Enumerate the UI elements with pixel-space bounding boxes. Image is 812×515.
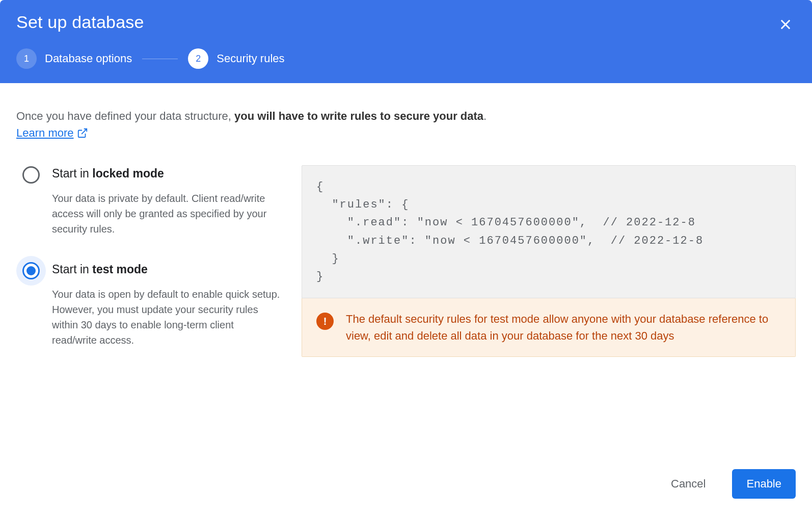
options-column: Start in locked mode Your data is privat… (16, 165, 281, 372)
content-row: Start in locked mode Your data is privat… (16, 165, 796, 372)
modal-body: Once you have defined your data structur… (0, 83, 812, 457)
learn-more-label: Learn more (16, 126, 74, 140)
stepper: 1 Database options 2 Security rules (16, 48, 796, 69)
enable-button[interactable]: Enable (732, 469, 796, 499)
intro-suffix: . (483, 110, 486, 122)
step-security-rules[interactable]: 2 Security rules (188, 48, 284, 69)
step-connector (142, 59, 178, 59)
option-content: Start in test mode Your data is open by … (52, 261, 281, 348)
step-label: Database options (45, 52, 132, 65)
option-test-mode[interactable]: Start in test mode Your data is open by … (16, 261, 281, 348)
close-icon (778, 17, 793, 32)
learn-more-link[interactable]: Learn more (16, 126, 88, 140)
intro-bold: you will have to write rules to secure y… (234, 110, 483, 122)
option-title: Start in test mode (52, 261, 281, 277)
setup-database-modal: Set up database 1 Database options 2 Sec… (0, 0, 812, 515)
intro-prefix: Once you have defined your data structur… (16, 110, 234, 122)
option-title: Start in locked mode (52, 165, 281, 182)
warning-banner: ! The default security rules for test mo… (302, 298, 796, 357)
rules-code-preview: { "rules": { ".read": "now < 16704576000… (302, 165, 796, 298)
modal-title: Set up database (16, 12, 796, 32)
warning-icon: ! (316, 313, 334, 330)
close-button[interactable] (775, 14, 796, 35)
step-number: 1 (16, 48, 37, 69)
radio-test-mode[interactable] (22, 262, 40, 279)
cancel-button[interactable]: Cancel (657, 469, 720, 499)
step-number: 2 (188, 48, 208, 69)
option-description: Your data is private by default. Client … (52, 191, 281, 237)
option-locked-mode[interactable]: Start in locked mode Your data is privat… (16, 165, 281, 237)
intro-text: Once you have defined your data structur… (16, 108, 796, 124)
svg-line-2 (82, 129, 87, 134)
external-link-icon (77, 127, 88, 139)
modal-header: Set up database 1 Database options 2 Sec… (0, 0, 812, 83)
modal-footer: Cancel Enable (0, 457, 812, 515)
option-content: Start in locked mode Your data is privat… (52, 165, 281, 237)
warning-text: The default security rules for test mode… (346, 311, 781, 344)
step-label: Security rules (216, 52, 284, 65)
step-database-options[interactable]: 1 Database options (16, 48, 132, 69)
radio-locked-mode[interactable] (22, 166, 40, 184)
option-description: Your data is open by default to enable q… (52, 287, 281, 348)
preview-column: { "rules": { ".read": "now < 16704576000… (302, 165, 796, 372)
